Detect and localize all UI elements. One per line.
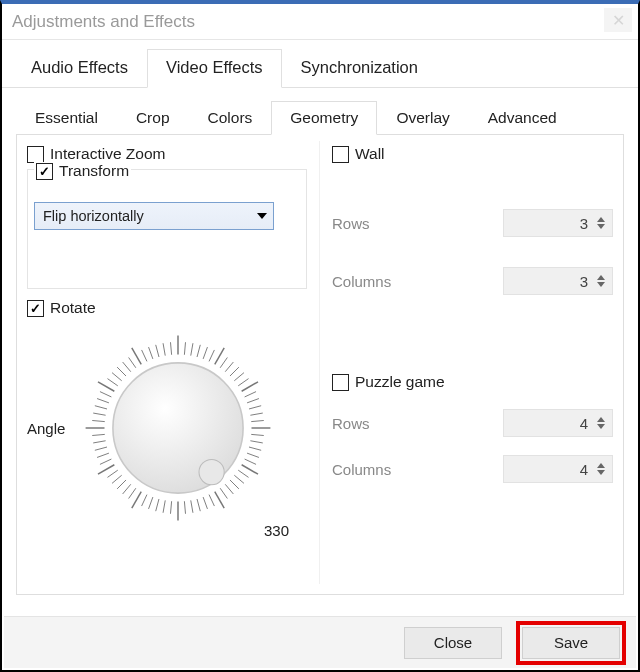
svg-line-29: [108, 470, 118, 477]
chevron-down-icon: [597, 224, 605, 229]
wall-cols-label: Columns: [332, 273, 391, 290]
svg-line-58: [204, 347, 208, 359]
wall-cols-spinner[interactable]: 3: [503, 267, 613, 295]
svg-line-17: [185, 501, 186, 514]
transform-group: Transform Flip horizontally: [27, 169, 307, 289]
main-tab-bar: Audio Effects Video Effects Synchronizat…: [2, 40, 638, 88]
svg-line-64: [235, 373, 245, 381]
tab-synchronization[interactable]: Synchronization: [282, 49, 437, 88]
svg-line-25: [129, 488, 136, 498]
puzzle-cols-spinner[interactable]: 4: [503, 455, 613, 483]
svg-line-47: [129, 357, 136, 367]
wall-rows-spinner[interactable]: 3: [503, 209, 613, 237]
svg-line-35: [93, 434, 106, 435]
tab-video-effects[interactable]: Video Effects: [147, 49, 282, 88]
tab-crop[interactable]: Crop: [117, 101, 189, 135]
tab-overlay[interactable]: Overlay: [377, 101, 468, 135]
svg-line-63: [230, 367, 239, 376]
save-button[interactable]: Save: [522, 627, 620, 659]
wall-cols-value: 3: [580, 273, 588, 290]
wall-label: Wall: [355, 145, 385, 163]
svg-line-61: [221, 357, 228, 367]
tab-advanced[interactable]: Advanced: [469, 101, 576, 135]
svg-line-27: [117, 480, 126, 489]
svg-line-4: [247, 453, 259, 457]
angle-label: Angle: [27, 420, 65, 437]
svg-line-60: [215, 348, 224, 364]
svg-line-12: [215, 492, 224, 508]
tab-geometry[interactable]: Geometry: [271, 101, 377, 135]
dialog-footer: Close Save: [4, 616, 636, 668]
interactive-zoom-label: Interactive Zoom: [50, 145, 165, 163]
svg-line-67: [245, 392, 256, 397]
svg-line-55: [185, 342, 186, 355]
svg-line-32: [97, 453, 109, 457]
svg-line-14: [204, 497, 208, 509]
tab-essential[interactable]: Essential: [16, 101, 117, 135]
puzzle-checkbox[interactable]: [332, 374, 349, 391]
svg-line-24: [132, 492, 141, 508]
close-button[interactable]: Close: [404, 627, 502, 659]
svg-line-59: [209, 350, 214, 361]
svg-line-3: [249, 447, 261, 450]
angle-dial[interactable]: [73, 323, 283, 533]
close-icon: ✕: [612, 11, 625, 30]
svg-line-45: [117, 367, 126, 376]
chevron-down-icon: [597, 282, 605, 287]
svg-line-68: [247, 399, 259, 403]
interactive-zoom-checkbox[interactable]: [27, 146, 44, 163]
wall-rows-label: Rows: [332, 215, 370, 232]
geometry-panel: Interactive Zoom Transform Flip horizont…: [16, 135, 624, 595]
svg-line-20: [163, 500, 165, 512]
svg-line-15: [197, 499, 200, 511]
svg-line-9: [230, 480, 239, 489]
svg-line-5: [245, 459, 256, 464]
svg-line-57: [197, 345, 200, 357]
svg-line-8: [235, 475, 245, 483]
puzzle-rows-spinner[interactable]: 4: [503, 409, 613, 437]
window-close-button[interactable]: ✕: [604, 8, 632, 32]
svg-line-65: [239, 379, 249, 386]
svg-line-37: [93, 420, 106, 421]
svg-line-28: [112, 475, 122, 483]
svg-line-23: [142, 495, 147, 506]
rotate-group: Rotate Angle: [27, 291, 307, 551]
svg-line-70: [251, 413, 263, 415]
svg-line-42: [98, 382, 114, 391]
wall-checkbox[interactable]: [332, 146, 349, 163]
svg-line-19: [171, 501, 172, 514]
svg-line-66: [242, 382, 258, 391]
puzzle-rows-label: Rows: [332, 415, 370, 432]
puzzle-cols-label: Columns: [332, 461, 391, 478]
chevron-down-icon: [597, 424, 605, 429]
svg-line-26: [123, 484, 131, 494]
svg-line-52: [163, 343, 165, 355]
svg-line-34: [94, 441, 106, 443]
puzzle-group: Puzzle game Rows 4 Columns 4: [332, 369, 613, 483]
svg-line-22: [149, 497, 153, 509]
transform-mode-combo[interactable]: Flip horizontally: [34, 202, 274, 230]
svg-line-39: [95, 406, 107, 409]
sub-tab-bar: Essential Crop Colors Geometry Overlay A…: [16, 100, 624, 135]
svg-line-21: [156, 499, 159, 511]
angle-value: 330: [264, 522, 289, 539]
svg-line-43: [108, 379, 118, 386]
svg-line-31: [100, 459, 111, 464]
rotate-checkbox[interactable]: [27, 300, 44, 317]
dial-handle[interactable]: [199, 460, 224, 485]
wall-group: Wall Rows 3 Columns 3: [332, 141, 613, 295]
svg-line-71: [252, 420, 265, 421]
transform-mode-value: Flip horizontally: [43, 208, 144, 224]
chevron-up-icon: [597, 275, 605, 280]
tab-audio-effects[interactable]: Audio Effects: [12, 49, 147, 88]
svg-line-7: [239, 470, 249, 477]
svg-line-10: [226, 484, 234, 494]
svg-line-50: [149, 347, 153, 359]
rotate-label: Rotate: [50, 299, 96, 317]
chevron-up-icon: [597, 463, 605, 468]
transform-checkbox[interactable]: [36, 163, 53, 180]
svg-line-51: [156, 345, 159, 357]
tab-colors[interactable]: Colors: [189, 101, 272, 135]
chevron-down-icon: [597, 470, 605, 475]
title-bar: Adjustments and Effects ✕: [2, 4, 638, 40]
